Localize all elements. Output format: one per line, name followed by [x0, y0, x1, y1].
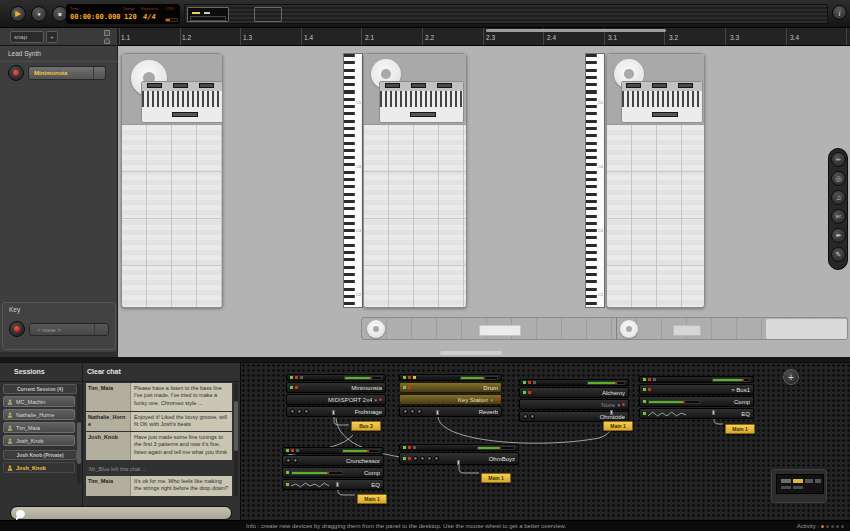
knob-icon[interactable] [290, 409, 295, 414]
mini-navigator[interactable] [187, 7, 229, 22]
arrangement-scrollbar[interactable] [440, 351, 502, 355]
clear-chat-button[interactable]: Clear chat [87, 368, 121, 375]
chat-input[interactable] [10, 506, 232, 520]
comp-row[interactable]: Comp [282, 467, 384, 478]
users-scrollbar[interactable] [77, 384, 81, 484]
device-row[interactable]: Alchemy [519, 387, 629, 398]
add-device-button[interactable]: + [783, 369, 799, 385]
eq-row[interactable]: EQ [282, 479, 384, 490]
fx-row[interactable]: Reverb [399, 406, 502, 417]
device-row[interactable]: Drum [399, 382, 502, 393]
knob-icon[interactable] [403, 409, 408, 414]
stack-header[interactable] [282, 447, 384, 454]
cable-connector[interactable] [457, 460, 460, 465]
stack-header[interactable] [286, 374, 386, 381]
signature-display[interactable]: 4/4 [143, 13, 156, 21]
pattern-lane-2[interactable] [361, 317, 848, 340]
knob-icon[interactable] [417, 409, 422, 414]
eq-row[interactable]: EQ [639, 408, 754, 419]
pattern-clip-2[interactable] [363, 53, 467, 308]
knob-icon[interactable] [410, 409, 415, 414]
erase-tool-icon[interactable]: ✎ [831, 247, 846, 262]
piano-keyboard-strip[interactable]: C5 C4 C3 C2 [343, 53, 363, 308]
chat-scrollbar[interactable] [234, 383, 238, 496]
cable-connector[interactable] [436, 410, 439, 415]
note-block[interactable] [479, 325, 521, 336]
cable-connector[interactable] [610, 410, 613, 415]
timeline-ruler[interactable] [118, 28, 850, 46]
bus-row[interactable]: > Bus1 [639, 384, 754, 395]
selected-region[interactable] [766, 319, 847, 339]
pattern-clip-3[interactable] [606, 53, 705, 308]
session-user-active[interactable]: Josh_Knob [3, 462, 75, 473]
clip-grid[interactable] [122, 125, 222, 307]
routing-tag-main1[interactable]: Main 1 [725, 424, 755, 434]
knob-icon[interactable] [304, 409, 309, 414]
pattern-disc-icon[interactable] [367, 320, 385, 338]
note-tool-icon[interactable]: ♫ [831, 190, 846, 205]
stack-header[interactable] [639, 376, 754, 383]
loop-region-box[interactable] [254, 7, 282, 22]
comp-row[interactable]: Comp [639, 396, 754, 407]
record-button[interactable]: ● [31, 6, 47, 22]
midi-input-row[interactable]: None▾ [519, 399, 629, 410]
record-arm-button[interactable] [8, 65, 24, 81]
timeline-scrollbar[interactable] [486, 29, 666, 32]
track-instrument-button[interactable]: Minimonsta [28, 66, 106, 80]
session-user[interactable]: Nathalie_Horne [3, 409, 75, 420]
knob-icon[interactable] [297, 409, 302, 414]
time-display[interactable]: 00:00:00.000 [70, 13, 121, 21]
stack-header[interactable] [519, 379, 629, 386]
piano-keyboard-strip[interactable]: C5 C4 C3 C2 [585, 53, 605, 308]
pattern-disc-icon[interactable] [620, 320, 638, 338]
tempo-display[interactable]: 120 [124, 13, 137, 21]
fx-row[interactable]: Crunchessor [282, 455, 384, 466]
device-row[interactable]: Minimonsta [286, 382, 386, 393]
routing-tag-bus3[interactable]: Bus 3 [351, 421, 381, 431]
draw-tool-icon[interactable]: ✏ [831, 152, 846, 167]
routing-tag-main1[interactable]: Main 1 [481, 473, 511, 483]
pattern-clip-1[interactable] [121, 53, 223, 308]
clip-grid[interactable] [364, 125, 466, 307]
snap-select[interactable]: snap [10, 31, 44, 43]
routing-tag-main1[interactable]: Main 1 [603, 421, 633, 431]
sessions-tab[interactable]: Sessions [14, 368, 45, 375]
stack-header[interactable] [399, 444, 519, 451]
session-user[interactable]: Josh_Knob [3, 435, 75, 446]
knob-icon[interactable] [293, 458, 298, 463]
clip-grid[interactable] [607, 125, 704, 307]
play-button[interactable]: ▶ [10, 6, 26, 22]
pen-tool-icon[interactable]: ✒ [831, 228, 846, 243]
note-block[interactable] [673, 325, 701, 336]
info-button[interactable]: i [832, 5, 847, 20]
select-tool-icon[interactable]: ◎ [831, 171, 846, 186]
midi-input-row[interactable]: MIDISPORT 2x4▾ [286, 394, 386, 405]
session-user[interactable]: MC_Machin [3, 396, 75, 407]
stop-icon: ■ [58, 11, 62, 17]
cut-tool-icon[interactable]: ✄ [831, 209, 846, 224]
arrangement-area[interactable]: C5 C4 C3 C2 C5 C4 C3 C2 [118, 46, 850, 357]
knob-icon[interactable] [427, 456, 432, 461]
grid-icon[interactable] [104, 30, 110, 36]
device-rack[interactable]: Minimonsta MIDISPORT 2x4▾ Frohmage Drum … [240, 362, 850, 520]
knob-icon[interactable] [413, 456, 418, 461]
key-select[interactable]: < none > [29, 323, 109, 336]
knob-icon[interactable] [530, 414, 535, 419]
knob-icon[interactable] [420, 456, 425, 461]
knob-icon[interactable] [286, 458, 291, 463]
stack-header[interactable] [399, 374, 502, 381]
key-record-button[interactable] [9, 321, 25, 337]
session-user[interactable]: Tim_Maia [3, 422, 75, 433]
octave-label: C2 [598, 292, 603, 297]
cable-connector[interactable] [712, 410, 715, 415]
knob-icon[interactable] [523, 414, 528, 419]
fx-row[interactable]: Frohmage [286, 406, 386, 417]
magnet-icon[interactable] [104, 38, 110, 44]
snap-add-button[interactable]: + [46, 31, 58, 43]
knob-icon[interactable] [434, 456, 439, 461]
midi-input-row[interactable]: Key Station▾ [399, 394, 502, 405]
cable-connector[interactable] [336, 482, 339, 487]
cable-connector[interactable] [332, 410, 335, 415]
routing-tag-main1[interactable]: Main 1 [357, 494, 387, 504]
rack-overview-monitor[interactable] [771, 469, 827, 503]
